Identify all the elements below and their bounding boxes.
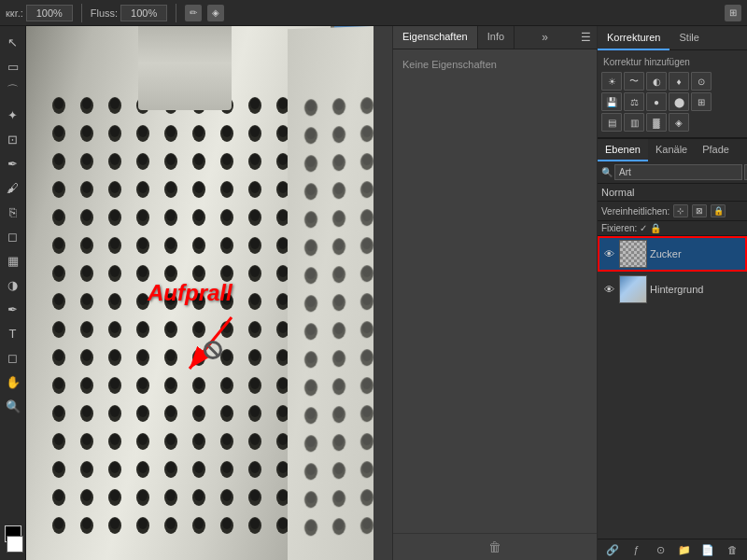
channel-mix-icon[interactable]: ⊞ (691, 92, 712, 111)
curves-icon[interactable]: 〜 (624, 72, 644, 91)
flow-control: Fluss: (91, 5, 167, 21)
no-symbol-icon (204, 341, 222, 359)
svg-rect-10 (620, 240, 646, 268)
layer-row-zucker[interactable]: 👁 Zucker (598, 236, 747, 272)
posterize-icon[interactable]: ▤ (601, 113, 622, 132)
flow-input[interactable] (120, 5, 167, 21)
ebenen-section: Ebenen Kanäle Pfade 🔍 ▼ + ≡ Normal Verei… (598, 138, 747, 560)
window-controls: ⊞ (725, 5, 741, 21)
hand-tool[interactable]: ✋ (3, 371, 23, 392)
zoom-label: ккr.: (6, 7, 23, 19)
add-style-btn[interactable]: ƒ (627, 542, 644, 557)
canvas-area[interactable]: Aufprall (26, 26, 392, 560)
zoom-tool[interactable]: 🔍 (3, 396, 23, 416)
panel-expand-icon[interactable]: » (536, 26, 554, 49)
restore-icon[interactable]: ⊞ (725, 5, 741, 21)
eraser-tool[interactable]: ◻ (3, 226, 23, 246)
hue-icon[interactable]: ⊙ (691, 72, 712, 91)
right-panel: Korrekturen Stile Korrektur hinzufügen ☀… (598, 26, 747, 560)
layer-row-hintergrund[interactable]: 👁 Hintergrund (598, 272, 747, 307)
lock-all-icon[interactable]: 🔒 (711, 204, 726, 217)
korrektur-hinzufuegen-label: Korrektur hinzufügen (601, 54, 743, 70)
eyedropper-tool[interactable]: ✒ (3, 153, 23, 174)
canvas-right-border (374, 26, 392, 560)
properties-footer: 🗑 (393, 533, 597, 560)
korrekturen-icons-row-1: ☀ 〜 ◐ ♦ ⊙ (601, 72, 743, 91)
fixieren-icons: ✓ 🔒 (640, 223, 661, 233)
photo-filter-icon[interactable]: ⬤ (669, 92, 689, 111)
brush-icon[interactable]: ✏ (185, 5, 202, 21)
ebenen-tabs: Ebenen Kanäle Pfade (598, 139, 747, 161)
add-mask-btn[interactable]: ⊙ (652, 542, 669, 557)
lasso-tool[interactable]: ⌒ (3, 80, 23, 101)
trash-icon[interactable]: 🗑 (488, 539, 501, 554)
shape-tool[interactable]: ◻ (3, 347, 23, 368)
save-icon[interactable]: 💾 (601, 92, 622, 111)
stamp-icon[interactable]: ◈ (207, 5, 224, 21)
tab-pfade[interactable]: Pfade (695, 139, 737, 161)
bw-icon[interactable]: ● (646, 92, 667, 111)
photo-background: Aufprall (26, 26, 392, 560)
korrekturen-icons-row-3: ▤ ▥ ▓ ◈ (601, 113, 743, 132)
tab-info[interactable]: Info (478, 26, 514, 49)
layer-eye-hintergrund[interactable]: 👁 (601, 282, 616, 297)
pen-tool[interactable]: ✒ (3, 299, 23, 319)
main-layout: ↖ ▭ ⌒ ✦ ⊡ ✒ 🖌 ⎘ ◻ ▦ ◑ ✒ T ◻ ✋ 🔍 (0, 26, 747, 560)
separator-2 (176, 4, 176, 22)
grater-top-handle (138, 26, 232, 110)
layers-search-input[interactable] (614, 164, 742, 180)
lock-pos-icon[interactable]: ⊹ (673, 204, 688, 217)
fixieren-row: Fixieren: ✓ 🔒 (598, 221, 747, 236)
brush-tool[interactable]: 🖌 (3, 177, 23, 198)
exposure-icon[interactable]: ◐ (646, 72, 667, 91)
layer-eye-zucker[interactable]: 👁 (601, 246, 616, 261)
panel-menu-icon[interactable]: ☰ (575, 26, 597, 49)
vibrance-icon[interactable]: ♦ (669, 72, 689, 91)
gradient-tool[interactable]: ▦ (3, 250, 23, 271)
properties-content: Keine Eigenschaften (393, 49, 597, 533)
tab-ebenen[interactable]: Ebenen (598, 139, 648, 161)
korrekturen-header: Korrekturen Stile (598, 26, 747, 50)
properties-empty-message: Keine Eigenschaften (402, 59, 587, 70)
annotation-container: Aufprall (138, 280, 250, 392)
balance-icon[interactable]: ⚖ (624, 92, 644, 111)
tab-stile[interactable]: Stile (669, 26, 708, 49)
properties-tabs: Eigenschaften Info » ☰ (393, 26, 597, 49)
search-icon-label: 🔍 (601, 167, 613, 177)
brightness-icon[interactable]: ☀ (601, 72, 622, 91)
layers-footer: 🔗 ƒ ⊙ 📁 📄 🗑 (598, 539, 747, 560)
new-group-btn[interactable]: 📁 (676, 542, 693, 557)
canvas-content: Aufprall (26, 26, 392, 560)
lock-img-icon[interactable]: ⊠ (692, 204, 707, 217)
text-tool[interactable]: T (3, 323, 23, 343)
background-color[interactable] (7, 536, 23, 553)
checker-svg (620, 240, 646, 268)
move-tool[interactable]: ↖ (3, 32, 23, 52)
tab-kanaele[interactable]: Kanäle (648, 139, 695, 161)
dodge-tool[interactable]: ◑ (3, 274, 23, 295)
select-tool[interactable]: ▭ (3, 56, 23, 77)
magic-wand-tool[interactable]: ✦ (3, 105, 23, 125)
annotation-text: Aufprall (148, 280, 233, 306)
left-toolbar: ↖ ▭ ⌒ ✦ ⊡ ✒ 🖌 ⎘ ◻ ▦ ◑ ✒ T ◻ ✋ 🔍 (0, 26, 26, 560)
tab-korrekturen[interactable]: Korrekturen (598, 26, 669, 50)
top-toolbar: ккr.: Fluss: ✏ ◈ ⊞ (0, 0, 747, 26)
blend-mode-display[interactable]: Normal (598, 184, 747, 202)
vereinheitlichen-label: Vereinheitlichen: (601, 206, 669, 217)
delete-layer-btn[interactable]: 🗑 (724, 542, 740, 557)
selective-color-icon[interactable]: ◈ (669, 113, 689, 132)
korrekturen-icons-row-2: 💾 ⚖ ● ⬤ ⊞ (601, 92, 743, 111)
gradient-map-icon[interactable]: ▓ (646, 113, 667, 132)
opacity-row: Vereinheitlichen: ⊹ ⊠ 🔒 (598, 202, 747, 221)
link-layers-btn[interactable]: 🔗 (604, 542, 621, 557)
new-layer-btn[interactable]: 📄 (699, 542, 716, 557)
clone-tool[interactable]: ⎘ (3, 202, 23, 222)
threshold-icon[interactable]: ▥ (624, 113, 644, 132)
zoom-input[interactable] (26, 5, 73, 21)
flow-label: Fluss: (91, 7, 118, 19)
tab-eigenschaften[interactable]: Eigenschaften (393, 26, 478, 49)
fixieren-label: Fixieren: (601, 223, 637, 233)
crop-tool[interactable]: ⊡ (3, 129, 23, 149)
zoom-control[interactable]: ккr.: (6, 5, 73, 21)
korrekturen-content: Korrektur hinzufügen ☀ 〜 ◐ ♦ ⊙ 💾 ⚖ ● ⬤ ⊞… (598, 50, 747, 137)
